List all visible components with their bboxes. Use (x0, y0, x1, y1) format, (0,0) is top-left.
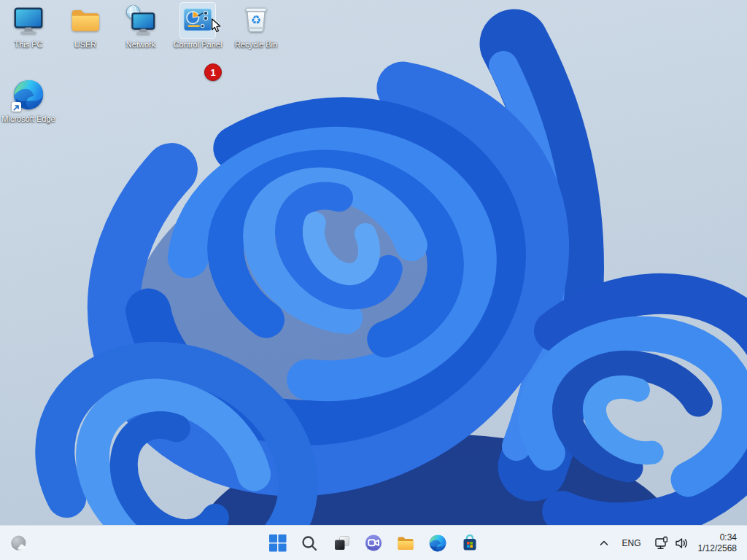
microsoft-store-icon (460, 534, 479, 553)
taskbar-file-explorer-button[interactable] (391, 529, 420, 558)
desktop-icon-label: Control Panel (174, 40, 222, 50)
this-pc-icon (11, 3, 46, 38)
desktop[interactable]: This PC USER (0, 0, 747, 560)
edge-icon (428, 534, 447, 553)
network-icon (123, 3, 158, 38)
search-icon (301, 534, 318, 552)
control-panel-icon (180, 3, 215, 38)
taskbar-search-button[interactable] (295, 529, 324, 558)
desktop-icon-label: Microsoft Edge (1, 114, 55, 124)
desktop-icon-label: This PC (14, 40, 42, 50)
desktop-icon-label: USER (74, 40, 97, 50)
desktop-icon-label: Network (126, 40, 155, 50)
widgets-weather-icon (10, 534, 28, 552)
desktop-icon-this-pc[interactable]: This PC (1, 3, 55, 50)
chat-teams-icon (364, 534, 383, 553)
tray-show-hidden-icons-button[interactable] (594, 530, 614, 556)
mouse-cursor-icon (211, 18, 222, 34)
desktop-icon-network[interactable]: Network (114, 3, 168, 50)
step-annotation-badge: 1 (204, 63, 222, 81)
desktop-icon-recycle-bin[interactable]: ♻ Recycle Bin (229, 3, 283, 50)
desktop-icon-label: Recycle Bin (235, 40, 277, 50)
clock-time: 0:34 (698, 532, 737, 543)
windows-start-icon (268, 534, 287, 552)
edge-icon (11, 77, 46, 112)
desktop-icon-control-panel[interactable]: Control Panel (171, 3, 225, 50)
desktop-icon-microsoft-edge[interactable]: Microsoft Edge (1, 77, 55, 124)
taskbar-task-view-button[interactable] (327, 529, 356, 558)
desktop-icon-user-folder[interactable]: USER (58, 3, 112, 50)
taskbar-chat-button[interactable] (359, 529, 388, 558)
wallpaper-bloom (0, 0, 747, 560)
clock-date: 1/12/2568 (698, 543, 737, 554)
taskbar-start-button[interactable] (263, 529, 292, 558)
taskbar-edge-button[interactable] (423, 529, 452, 558)
taskbar-store-button[interactable] (455, 529, 484, 558)
taskbar-widgets-button[interactable] (7, 529, 31, 558)
tray-language-indicator[interactable]: ENG (614, 530, 649, 556)
shortcut-arrow-icon (12, 102, 21, 112)
svg-text:♻: ♻ (251, 13, 262, 27)
taskbar-clock[interactable]: 0:34 1/12/2568 (694, 529, 744, 558)
chevron-up-icon (597, 537, 611, 550)
taskbar: ENG 0:34 1/12/2568 (0, 525, 747, 560)
tray-network-volume-button[interactable] (649, 530, 694, 556)
network-ethernet-icon (654, 536, 669, 551)
task-view-icon (333, 534, 351, 552)
file-explorer-icon (396, 534, 415, 553)
recycle-bin-icon: ♻ (239, 3, 274, 38)
volume-speaker-icon (674, 536, 689, 551)
folder-icon (68, 3, 103, 38)
